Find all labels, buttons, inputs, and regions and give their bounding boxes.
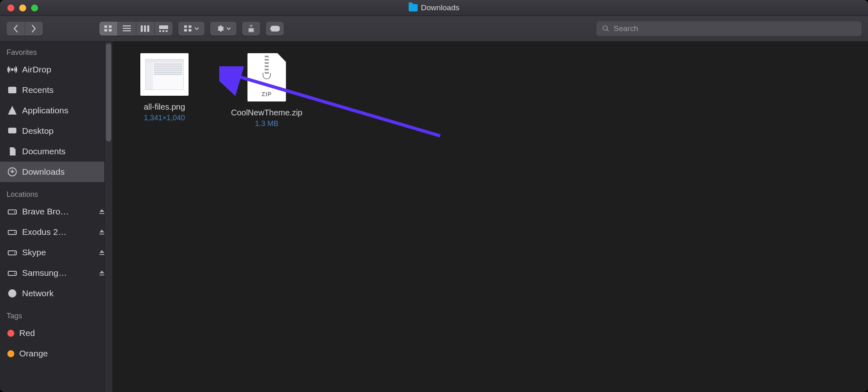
svg-rect-8 (144, 25, 146, 32)
sidebar-scrollbar[interactable] (104, 42, 112, 392)
tag-icon (270, 26, 280, 32)
sidebar-section-favorites: Favorites (0, 46, 112, 59)
svg-rect-1 (109, 25, 112, 28)
svg-rect-13 (166, 30, 168, 32)
list-view-button[interactable] (118, 22, 136, 36)
sidebar-item-label: Recents (22, 85, 105, 95)
folder-icon (409, 4, 418, 11)
sidebar-item-tag-orange[interactable]: Orange (0, 343, 112, 364)
disk-icon (7, 228, 17, 236)
window-title-text: Downloads (421, 3, 459, 12)
disk-icon (7, 207, 17, 216)
sidebar-section-tags: Tags (0, 309, 112, 323)
share-icon (247, 25, 255, 33)
sidebar-item-disk[interactable]: Brave Bro… (0, 201, 112, 222)
image-preview-icon (145, 59, 184, 90)
sidebar-item-label: AirDrop (22, 65, 105, 74)
svg-point-27 (14, 252, 16, 254)
svg-rect-15 (189, 25, 191, 28)
sidebar-item-downloads[interactable]: Downloads (0, 162, 112, 182)
sidebar-item-disk[interactable]: Skype (0, 242, 112, 263)
svg-point-29 (14, 273, 16, 274)
icon-view-button[interactable] (99, 22, 118, 36)
file-item[interactable]: ZIP CoolNewTheme.zip 1.3 MB (226, 53, 308, 128)
gallery-view-icon (159, 25, 168, 32)
sidebar-item-label: Brave Bro… (22, 207, 94, 216)
sidebar-item-disk[interactable]: Exodus 2… (0, 222, 112, 242)
sidebar-item-label: Samsung… (22, 268, 94, 278)
airdrop-icon (7, 65, 17, 74)
body: Favorites AirDrop Recents Applications D… (0, 42, 868, 392)
file-thumbnail (140, 53, 189, 96)
sidebar-item-disk[interactable]: Samsung… (0, 263, 112, 283)
group-by-button[interactable] (178, 22, 205, 36)
downloads-icon (7, 167, 17, 177)
svg-rect-2 (104, 29, 107, 32)
back-button[interactable] (7, 22, 25, 36)
sidebar-item-label: Applications (22, 106, 105, 115)
window-title: Downloads (0, 3, 868, 12)
sidebar-item-label: Network (22, 288, 105, 298)
zip-icon (263, 53, 271, 79)
sidebar-item-network[interactable]: Network (0, 283, 112, 304)
minimize-window-button[interactable] (19, 5, 26, 11)
svg-rect-0 (104, 25, 107, 28)
file-name: CoolNewTheme.zip (231, 107, 303, 118)
action-button[interactable] (210, 22, 236, 36)
sidebar-item-label: Skype (22, 248, 94, 257)
svg-rect-14 (184, 25, 187, 28)
network-icon (7, 288, 17, 298)
sidebar-item-recents[interactable]: Recents (0, 80, 112, 100)
chevron-down-icon (195, 27, 199, 30)
svg-point-25 (14, 232, 16, 233)
disk-icon (7, 248, 17, 257)
zoom-window-button[interactable] (31, 5, 38, 11)
list-view-icon (123, 25, 131, 32)
svg-point-18 (11, 69, 13, 71)
file-name: all-files.png (144, 101, 185, 112)
svg-rect-5 (123, 28, 131, 29)
action-button-group (210, 22, 236, 36)
file-meta: 1.3 MB (255, 119, 278, 128)
svg-rect-4 (123, 25, 131, 27)
chevron-down-icon (227, 27, 231, 30)
search-field[interactable]: Search (596, 21, 861, 36)
group-by-icon (184, 25, 192, 32)
sidebar-item-documents[interactable]: Documents (0, 141, 112, 162)
sidebar-item-label: Downloads (22, 167, 105, 177)
finder-window: Downloads (0, 0, 868, 392)
svg-rect-11 (159, 30, 161, 32)
toolbar: Search (0, 16, 868, 42)
svg-rect-20 (9, 128, 16, 133)
column-view-icon (141, 25, 150, 32)
tag-dot-icon (7, 350, 14, 357)
gallery-view-button[interactable] (155, 22, 173, 36)
close-window-button[interactable] (7, 5, 14, 11)
chevron-right-icon (31, 25, 37, 33)
file-thumbnail: ZIP (247, 53, 286, 101)
svg-rect-9 (147, 25, 149, 32)
forward-button[interactable] (25, 22, 43, 36)
file-item[interactable]: all-files.png 1,341×1,040 (124, 53, 205, 122)
view-mode-buttons (99, 22, 173, 36)
recents-icon (7, 85, 17, 95)
search-placeholder: Search (614, 24, 638, 33)
svg-rect-3 (109, 29, 112, 32)
sidebar-item-tag-red[interactable]: Red (0, 323, 112, 343)
edit-tags-button[interactable] (266, 22, 284, 36)
column-view-button[interactable] (136, 22, 155, 36)
tags-button-group (266, 22, 284, 36)
sidebar-item-label: Red (19, 328, 105, 338)
sidebar-item-desktop[interactable]: Desktop (0, 121, 112, 141)
sidebar-scroll-thumb[interactable] (106, 43, 111, 142)
file-grid[interactable]: all-files.png 1,341×1,040 ZIP CoolNewThe… (113, 42, 868, 392)
file-badge: ZIP (262, 91, 272, 97)
svg-rect-12 (162, 30, 164, 32)
share-button[interactable] (242, 22, 260, 36)
tag-dot-icon (7, 330, 14, 337)
svg-rect-16 (184, 29, 187, 32)
sidebar-item-applications[interactable]: Applications (0, 100, 112, 121)
nav-buttons (7, 22, 43, 36)
sidebar-item-airdrop[interactable]: AirDrop (0, 59, 112, 80)
group-by-button-group (178, 22, 205, 36)
